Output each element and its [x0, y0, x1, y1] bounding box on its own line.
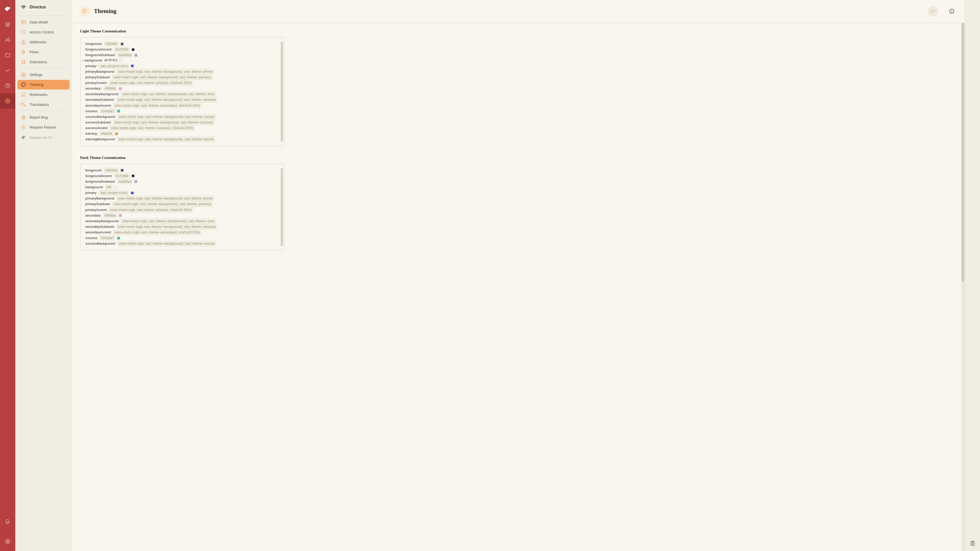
sidebar-item-request-feature[interactable]: Request Feature — [18, 122, 70, 132]
color-swatch[interactable] — [117, 237, 120, 240]
theme-property-successBackground[interactable]: successBackground:color-mix(in srgb, var… — [85, 241, 281, 246]
property-value[interactable]: #ff99dd — [103, 86, 117, 91]
property-value[interactable]: #2ecda7 — [100, 235, 116, 241]
property-value[interactable]: #ff99dd — [103, 213, 117, 218]
property-value[interactable]: color-mix(in srgb, var(--theme--backgrou… — [121, 218, 216, 224]
theme-property-successAccent[interactable]: successAccent:color-mix(in srgb, var(--t… — [85, 125, 281, 131]
info-button[interactable] — [946, 3, 958, 19]
property-value[interactable]: color-mix(in srgb, var(--theme--backgrou… — [116, 69, 214, 75]
rail-account-icon[interactable] — [0, 534, 15, 549]
theme-property-primaryAccent[interactable]: primaryAccent:color-mix(in srgb, var(--t… — [85, 80, 281, 86]
theme-property-successBackground[interactable]: successBackground:color-mix(in srgb, var… — [85, 114, 281, 120]
theme-property-secondary[interactable]: secondary:#ff99dd — [85, 86, 281, 91]
color-swatch[interactable] — [119, 214, 122, 217]
sidebar-item-webhooks[interactable]: Webhooks — [18, 37, 70, 47]
sidebar-version[interactable]: Directus 10.7.0 — [18, 132, 70, 143]
theme-property-secondarySubdued[interactable]: secondarySubdued:color-mix(in srgb, var(… — [85, 97, 281, 103]
theme-property-warningBackground[interactable]: warningBackground:color-mix(in srgb, var… — [85, 137, 281, 142]
property-value[interactable]: color-mix(in srgb, var(--theme--backgrou… — [113, 120, 215, 125]
theme-property-success[interactable]: success:#2ecda7 — [85, 108, 281, 114]
rail-users-icon[interactable] — [0, 32, 15, 48]
theme-property-primarySubdued[interactable]: primarySubdued:color-mix(in srgb, var(--… — [85, 201, 281, 207]
rail-insights-icon[interactable] — [0, 63, 15, 78]
directus-logo[interactable] — [0, 3, 15, 15]
rail-content-icon[interactable] — [0, 17, 15, 32]
property-value[interactable]: var(--project-color) — [99, 63, 129, 69]
color-swatch[interactable] — [119, 59, 122, 62]
theme-property-foregroundAccent[interactable]: foregroundAccent:#172940 — [85, 47, 281, 52]
property-value[interactable]: #2ecda7 — [100, 108, 116, 114]
color-swatch[interactable] — [115, 132, 118, 135]
property-value[interactable]: color-mix(in srgb, var(--theme--backgrou… — [116, 196, 214, 201]
property-value[interactable]: color-mix(in srgb, var(--theme--secondar… — [113, 230, 202, 235]
color-swatch[interactable] — [135, 180, 137, 183]
color-swatch[interactable] — [131, 192, 134, 194]
theme-property-secondaryAccent[interactable]: secondaryAccent:color-mix(in srgb, var(-… — [85, 230, 281, 235]
theme-property-successSubdued[interactable]: successSubdued:color-mix(in srgb, var(--… — [85, 120, 281, 125]
theme-property-primary[interactable]: primary:var(--project-color) — [85, 63, 281, 69]
sidebar-item-report-bug[interactable]: Report Bug — [18, 113, 70, 122]
theme-property-primarySubdued[interactable]: primarySubdued:color-mix(in srgb, var(--… — [85, 75, 281, 80]
save-button[interactable] — [928, 6, 938, 17]
property-value[interactable]: color-mix(in srgb, var(--theme--backgrou… — [118, 241, 216, 246]
property-value[interactable]: color-mix(in srgb, var(--theme--backgrou… — [116, 97, 218, 103]
theme-property-foreground[interactable]: foreground:#4f5464 — [85, 168, 281, 173]
property-value[interactable]: #a2b5cd — [117, 179, 133, 184]
property-value[interactable]: #172940 — [114, 47, 130, 52]
rail-notifications-icon[interactable] — [0, 514, 15, 529]
sidebar-item-data-model[interactable]: Data Model — [18, 17, 70, 27]
property-value[interactable]: #4f5464 — [104, 41, 119, 47]
color-swatch[interactable] — [121, 169, 124, 171]
color-swatch[interactable] — [132, 48, 135, 51]
theme-property-primary[interactable]: primary:var(--project-color) — [85, 190, 281, 196]
theme-property-foregroundSubdued[interactable]: foregroundSubdued:#a2b5cd — [85, 179, 281, 184]
sidebar-item-extensions[interactable]: Extensions — [18, 57, 70, 67]
theme-property-success[interactable]: success:#2ecda7 — [85, 235, 281, 241]
color-swatch[interactable] — [117, 110, 120, 113]
property-value[interactable]: color-mix(in srgb, var(--theme--backgrou… — [112, 201, 213, 207]
theme-property-secondaryBackground[interactable]: secondaryBackground:color-mix(in srgb, v… — [85, 91, 281, 97]
color-swatch[interactable] — [132, 175, 135, 177]
light-theme-editor[interactable]: foreground:#4f5464foregroundAccent:#1729… — [80, 37, 284, 146]
property-value[interactable]: color-mix(in srgb, var(--theme--backgrou… — [121, 91, 216, 97]
color-swatch[interactable] — [119, 87, 122, 90]
sidebar-item-flows[interactable]: Flows — [18, 47, 70, 57]
theme-property-primaryBackground[interactable]: primaryBackground:color-mix(in srgb, var… — [85, 69, 281, 75]
property-value[interactable]: color-mix(in srgb, var(--theme--backgrou… — [117, 137, 215, 142]
property-value[interactable]: color-mix(in srgb, var(--theme--backgrou… — [116, 224, 218, 230]
theme-property-warning[interactable]: warning:#ffa439 — [85, 131, 281, 137]
rail-settings-icon[interactable] — [0, 94, 15, 109]
property-value[interactable]: #4f5464 — [104, 168, 119, 173]
rail-files-icon[interactable] — [0, 48, 15, 63]
theme-property-secondaryBackground[interactable]: secondaryBackground:color-mix(in srgb, v… — [85, 218, 281, 224]
property-value[interactable]: color-mix(in srgb, var(--theme--backgrou… — [112, 75, 213, 80]
property-value[interactable]: color-mix(in srgb, var(--theme--backgrou… — [118, 114, 216, 120]
property-value[interactable]: #F7F7F2 — [104, 58, 118, 63]
property-value[interactable]: color-mix(in srgb, var(--theme--primary)… — [109, 80, 193, 86]
sidebar-item-theming[interactable]: Theming — [18, 80, 70, 89]
color-swatch[interactable] — [121, 43, 124, 45]
color-swatch[interactable] — [131, 65, 134, 67]
main-scrollbar[interactable] — [961, 23, 965, 551]
sidebar-item-access-control[interactable]: Access Control — [18, 27, 70, 37]
dark-theme-editor[interactable]: foreground:#4f5464foregroundAccent:#1729… — [80, 164, 284, 251]
property-value[interactable]: color-mix(in srgb, var(--theme--primary)… — [109, 207, 193, 213]
theme-property-secondaryAccent[interactable]: secondaryAccent:color-mix(in srgb, var(-… — [85, 103, 281, 108]
property-value[interactable]: #ffa439 — [99, 131, 113, 137]
theme-property-secondarySubdued[interactable]: secondarySubdued:color-mix(in srgb, var(… — [85, 224, 281, 230]
clipboard-button[interactable] — [965, 536, 980, 551]
sidebar-item-translations[interactable]: Translations — [18, 100, 70, 110]
property-value[interactable]: color-mix(in srgb, var(--theme--success)… — [110, 125, 195, 131]
theme-property-primaryBackground[interactable]: primaryBackground:color-mix(in srgb, var… — [85, 196, 281, 201]
theme-property-foregroundAccent[interactable]: foregroundAccent:#172940 — [85, 173, 281, 179]
theme-property-background[interactable]: background:#fff — [85, 184, 281, 190]
color-swatch[interactable] — [135, 54, 137, 57]
sidebar-item-bookmarks[interactable]: Bookmarks — [18, 90, 70, 100]
sidebar-item-settings[interactable]: Settings — [18, 70, 70, 79]
theme-property-primaryAccent[interactable]: primaryAccent:color-mix(in srgb, var(--t… — [85, 207, 281, 213]
rail-help-icon[interactable] — [0, 78, 15, 94]
property-value[interactable]: #a2b5cd — [117, 52, 133, 58]
color-swatch[interactable] — [115, 186, 117, 189]
property-value[interactable]: color-mix(in srgb, var(--theme--secondar… — [113, 103, 202, 108]
theme-property-background[interactable]: ▸background:#F7F7F2 — [85, 58, 281, 63]
